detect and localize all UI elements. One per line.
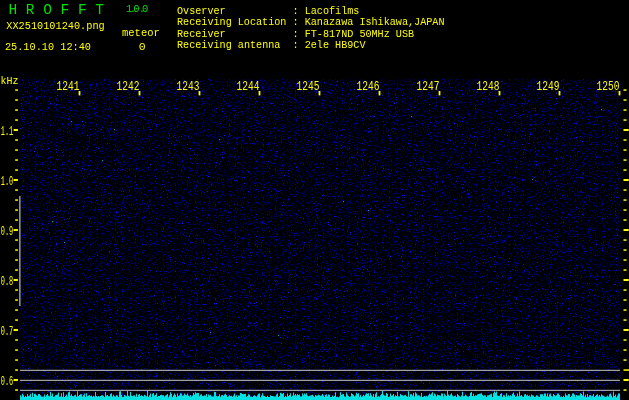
svg-text:1248: 1248	[477, 80, 500, 94]
svg-text:XX2510101240.png: XX2510101240.png	[6, 20, 104, 32]
svg-text:1.0.0: 1.0.0	[126, 3, 148, 15]
svg-text:0: 0	[139, 40, 146, 53]
svg-text:0.8: 0.8	[1, 274, 13, 289]
svg-text:0.9: 0.9	[1, 224, 13, 239]
svg-text:25.10.10 12:40: 25.10.10 12:40	[5, 41, 91, 53]
svg-text:Receiving antenna : 2ele HB9C: Receiving antenna : 2ele HB9CV	[177, 39, 366, 51]
svg-text:H R O F F T: H R O F F T	[9, 2, 105, 18]
svg-text:1250: 1250	[597, 80, 620, 94]
svg-text:1244: 1244	[237, 80, 260, 94]
svg-text:1246: 1246	[357, 80, 380, 94]
svg-text:Receiver : FT-817ND: Receiver : FT-817ND 50MHz USB	[177, 28, 414, 40]
svg-text:1249: 1249	[537, 80, 560, 94]
svg-text:0.6: 0.6	[1, 374, 13, 389]
svg-text:0.7: 0.7	[1, 324, 13, 339]
svg-text:1242: 1242	[117, 80, 140, 94]
svg-text:kHz: kHz	[1, 75, 19, 87]
svg-text:1241: 1241	[57, 80, 80, 94]
svg-text:Receiving Location : Kanazawa: Receiving Location : Kanazawa Ishikawa,J…	[177, 16, 445, 28]
svg-text:meteor: meteor	[122, 27, 160, 39]
svg-text:1.0: 1.0	[1, 174, 13, 189]
svg-text:Ovserver : Lacofilms: Ovserver : Lacofilms	[177, 5, 359, 17]
svg-text:1243: 1243	[177, 80, 200, 94]
svg-text:1.1: 1.1	[1, 124, 13, 139]
svg-text:1245: 1245	[297, 80, 320, 94]
svg-text:1247: 1247	[417, 80, 440, 94]
